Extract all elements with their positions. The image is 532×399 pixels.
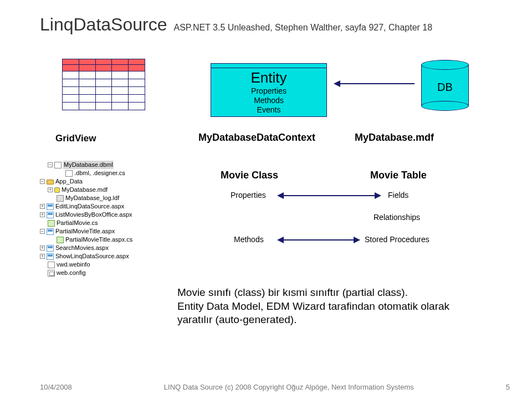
solution-explorer-tree: −MyDatabase.dbml .dbml, .designer.cs −Ap… — [40, 161, 156, 277]
mdf-label: MyDatabase.mdf — [355, 132, 434, 144]
page-subtitle: ASP.NET 3.5 Unleashed, Stephen Walther, … — [173, 23, 432, 33]
folder-icon — [47, 180, 54, 185]
description-paragraph: Movie sınıfı (class) bir kısmi sınıftır … — [177, 286, 477, 327]
dbml-icon — [54, 162, 62, 168]
entity-title: Entity — [211, 69, 326, 86]
expand-icon[interactable]: + — [40, 212, 45, 217]
footer-date: 10/4/2008 — [40, 383, 72, 391]
entity-box: Entity Properties Methods Events — [211, 63, 327, 117]
db-label: DB — [421, 81, 469, 94]
tree-item[interactable]: EditLinqDataSource.aspx — [55, 202, 124, 211]
tree-item[interactable]: SearchMovies.aspx — [55, 244, 109, 252]
aspx-icon — [47, 245, 54, 252]
stored-procedures-label: Stored Procedures — [365, 235, 429, 244]
relationships-label: Relationships — [374, 213, 420, 222]
tree-item[interactable]: web.config — [57, 269, 86, 277]
aspx-icon — [47, 228, 54, 235]
cs-icon — [48, 220, 55, 227]
gridview-icon — [62, 59, 145, 110]
datacontext-label: MyDatabaseDataContext — [198, 132, 315, 144]
collapse-icon[interactable]: − — [48, 162, 53, 167]
entity-methods: Methods — [211, 96, 326, 105]
aspx-icon — [47, 212, 54, 218]
tree-item[interactable]: vwd.webinfo — [57, 260, 90, 269]
aspx-icon — [47, 203, 54, 210]
file-icon — [48, 262, 55, 268]
properties-label: Properties — [231, 191, 266, 200]
arrow-db-entity — [339, 83, 415, 84]
para-line-1: Movie sınıfı (class) bir kısmi sınıftır … — [177, 287, 408, 298]
expand-icon[interactable]: + — [40, 245, 45, 250]
collapse-icon[interactable]: − — [40, 229, 45, 234]
tree-item[interactable]: ShowLinqDataSource.aspx — [55, 252, 129, 260]
expand-icon[interactable]: + — [40, 204, 45, 209]
config-icon — [48, 270, 55, 277]
tree-item[interactable]: MyDatabase_log.ldf — [65, 194, 119, 202]
tree-item[interactable]: ListMoviesByBoxOffice.aspx — [55, 211, 132, 219]
movie-class-label: Movie Class — [221, 170, 278, 181]
fields-label: Fields — [388, 191, 408, 200]
tree-item[interactable]: PartialMovieTitle.aspx.cs — [65, 236, 132, 244]
expand-icon[interactable]: + — [48, 187, 53, 192]
entity-events: Events — [211, 105, 326, 115]
gridview-label: GridView — [55, 133, 96, 144]
movie-table-label: Movie Table — [370, 170, 427, 181]
mdf-icon — [54, 187, 60, 193]
expand-icon[interactable]: + — [40, 254, 45, 259]
methods-label: Methods — [234, 235, 264, 244]
cs-icon — [57, 237, 64, 243]
database-icon: DB — [421, 60, 469, 111]
entity-properties: Properties — [211, 86, 326, 96]
tree-item[interactable]: PartialMovie.cs — [57, 219, 98, 227]
collapse-icon[interactable]: − — [40, 179, 45, 184]
tree-item[interactable]: PartialMovieTitle.aspx — [55, 227, 115, 236]
footer-copyright: LINQ Data Source (c) 2008 Copyright Oğuz… — [164, 383, 414, 391]
aspx-icon — [47, 253, 54, 260]
ldf-icon — [57, 195, 64, 202]
tree-item[interactable]: App_Data — [55, 177, 83, 186]
arrow-props-fields — [283, 195, 376, 196]
para-line-2: Entity Data Model, EDM Wizard tarafindan… — [177, 300, 449, 326]
file-icon — [65, 170, 73, 177]
page-title: LinqDataSource — [40, 14, 167, 35]
arrow-methods-sp — [283, 239, 355, 241]
tree-item[interactable]: MyDatabase.dbml — [63, 161, 114, 169]
tree-item[interactable]: .dbml, .designer.cs — [74, 169, 125, 177]
tree-item[interactable]: MyDatabase.mdf — [62, 186, 108, 194]
footer-page: 5 — [506, 383, 510, 391]
